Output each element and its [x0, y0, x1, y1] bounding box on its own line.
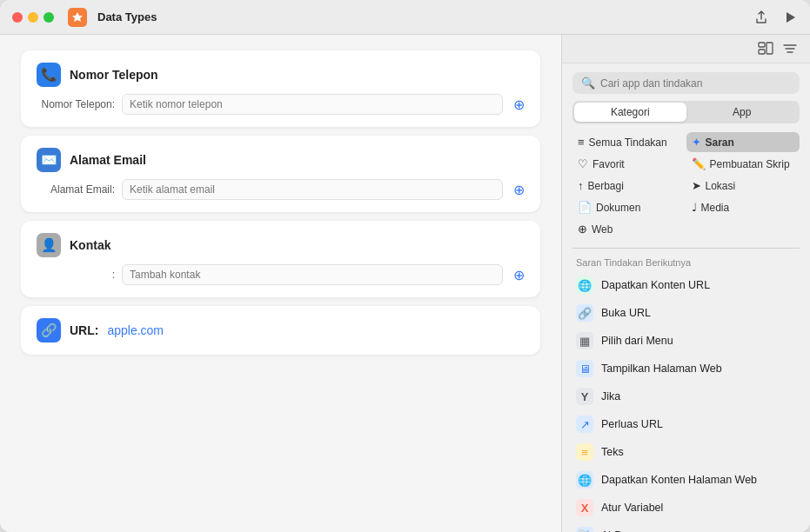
play-button[interactable] — [782, 10, 798, 25]
lokasi-icon: ➤ — [692, 179, 701, 192]
share-button[interactable] — [753, 9, 770, 26]
berbagi-icon: ↑ — [578, 179, 584, 192]
favorit-label: Favorit — [592, 158, 625, 170]
url-label: URL: — [70, 323, 98, 337]
favorit-icon: ♡ — [578, 157, 588, 170]
action-label: Teks — [601, 446, 624, 458]
kontak-input[interactable] — [122, 264, 503, 285]
search-bar: 🔍 — [572, 72, 800, 94]
teks-icon: ≡ — [576, 443, 593, 461]
nomor-telepon-input[interactable] — [122, 94, 503, 115]
alamat-email-add[interactable]: ⊕ — [513, 182, 525, 198]
atur-variabel-icon: X — [576, 499, 593, 516]
nomor-telepon-field: Nomor Telepon: ⊕ — [37, 94, 525, 115]
url-card: 🔗 URL: apple.com — [21, 306, 540, 355]
search-input[interactable] — [600, 77, 791, 90]
maximize-button[interactable] — [44, 12, 54, 23]
action-buka-url[interactable]: 🔗 Buka URL — [562, 299, 810, 327]
minimize-button[interactable] — [28, 12, 38, 23]
dapatkan-konten-halaman-web-icon: 🌐 — [576, 471, 593, 489]
web-icon: ⊕ — [578, 223, 587, 236]
kontak-add[interactable]: ⊕ — [513, 267, 525, 283]
action-label: Buka URL — [601, 307, 651, 319]
alamat-email-field: Alamat Email: ⊕ — [37, 179, 525, 200]
left-panel: 📞 Nomor Telepon Nomor Telepon: ⊕ ✉️ Alam… — [0, 35, 561, 532]
tab-kategori[interactable]: Kategori — [574, 103, 686, 122]
action-tampilkan-halaman-web[interactable]: 🖥 Tampilkan Halaman Web — [562, 355, 810, 382]
nomor-telepon-title: Nomor Telepon — [70, 68, 158, 82]
alamat-email-icon: ✉️ — [37, 148, 61, 172]
action-perluas-url[interactable]: ↗ Perluas URL — [562, 410, 810, 438]
segmented-control: Kategori App — [572, 101, 800, 123]
kontak-card: 👤 Kontak : ⊕ — [21, 221, 540, 297]
kontak-icon: 👤 — [37, 233, 61, 257]
main-content: 📞 Nomor Telepon Nomor Telepon: ⊕ ✉️ Alam… — [0, 35, 810, 532]
filter-semua-tindakan[interactable]: ≡ Semua Tindakan — [572, 132, 686, 152]
action-list: Saran Tindakan Berikutnya 🌐 Dapatkan Kon… — [562, 252, 810, 532]
tab-app[interactable]: App — [686, 103, 799, 122]
kontak-title: Kontak — [70, 238, 110, 252]
alamat-email-title: Alamat Email — [70, 153, 146, 167]
divider — [572, 248, 800, 249]
semua-tindakan-icon: ≡ — [578, 136, 585, 149]
dokumen-label: Dokumen — [596, 202, 640, 214]
close-button[interactable] — [12, 12, 23, 23]
filter-row: ≡ Semua Tindakan ✦ Saran ♡ Favorit ✏️ Pe… — [562, 130, 810, 244]
action-label: Pilih dari Menu — [601, 335, 673, 347]
filter-lokasi[interactable]: ➤ Lokasi — [686, 176, 800, 196]
right-toolbar — [562, 35, 810, 63]
semua-tindakan-label: Semua Tindakan — [589, 136, 667, 149]
saran-icon: ✦ — [692, 136, 701, 149]
web-label: Web — [592, 223, 613, 236]
action-label: Dapatkan Konten Halaman Web — [601, 474, 757, 486]
alamat-email-input[interactable] — [122, 179, 503, 200]
filter-saran[interactable]: ✦ Saran — [686, 132, 800, 152]
filter-pembuatan-skrip[interactable]: ✏️ Pembuatan Skrip — [686, 154, 800, 174]
action-dapatkan-konten-url[interactable]: 🌐 Dapatkan Konten URL — [562, 271, 810, 299]
url-icon: 🔗 — [37, 318, 61, 342]
nomor-telepon-icon: 📞 — [37, 63, 61, 87]
filter-dokumen[interactable]: 📄 Dokumen — [572, 197, 686, 217]
library-button[interactable] — [758, 42, 773, 56]
berbagi-label: Berbagi — [588, 180, 624, 192]
window-title: Data Types — [97, 10, 746, 23]
nomor-telepon-add[interactable]: ⊕ — [513, 96, 525, 113]
dapatkan-konten-url-icon: 🌐 — [576, 276, 593, 294]
action-teks[interactable]: ≡ Teks — [562, 438, 810, 466]
url-value: apple.com — [107, 323, 164, 337]
filter-web[interactable]: ⊕ Web — [572, 219, 686, 239]
action-airdrop[interactable]: 📡 AirDrop — [562, 522, 810, 532]
svg-rect-3 — [766, 43, 773, 54]
filter-button[interactable] — [782, 42, 798, 56]
svg-rect-1 — [759, 43, 765, 47]
traffic-lights — [12, 12, 54, 23]
nomor-telepon-card: 📞 Nomor Telepon Nomor Telepon: ⊕ — [21, 50, 540, 127]
kontak-field-row: : ⊕ — [37, 264, 525, 285]
action-jika[interactable]: Y Jika — [562, 382, 810, 410]
action-label: Tampilkan Halaman Web — [601, 362, 722, 375]
filter-media[interactable]: ♩ Media — [686, 197, 800, 217]
pembuatan-skrip-icon: ✏️ — [692, 157, 706, 170]
action-label: Jika — [601, 390, 620, 402]
media-label: Media — [701, 202, 730, 214]
pembuatan-skrip-label: Pembuatan Skrip — [710, 158, 790, 170]
pilih-dari-menu-icon: ▦ — [576, 332, 593, 349]
filter-berbagi[interactable]: ↑ Berbagi — [572, 176, 686, 196]
action-dapatkan-konten-halaman-web[interactable]: 🌐 Dapatkan Konten Halaman Web — [562, 466, 810, 494]
action-label: Dapatkan Konten URL — [601, 279, 710, 291]
perluas-url-icon: ↗ — [576, 416, 593, 433]
lokasi-label: Lokasi — [706, 180, 736, 192]
suggestions-title: Saran Tindakan Berikutnya — [562, 252, 810, 271]
tampilkan-halaman-web-icon: 🖥 — [576, 360, 593, 377]
action-atur-variabel[interactable]: X Atur Variabel — [562, 494, 810, 522]
nomor-telepon-label: Nomor Telepon: — [37, 98, 115, 110]
titlebar: Data Types — [0, 0, 810, 35]
alamat-email-label: Alamat Email: — [37, 183, 115, 196]
filter-favorit[interactable]: ♡ Favorit — [572, 154, 686, 174]
action-pilih-dari-menu[interactable]: ▦ Pilih dari Menu — [562, 327, 810, 355]
jika-icon: Y — [576, 388, 593, 405]
svg-rect-2 — [759, 50, 765, 54]
search-icon: 🔍 — [581, 76, 595, 90]
card-header: 📞 Nomor Telepon — [37, 63, 525, 87]
action-label: Atur Variabel — [601, 502, 663, 514]
